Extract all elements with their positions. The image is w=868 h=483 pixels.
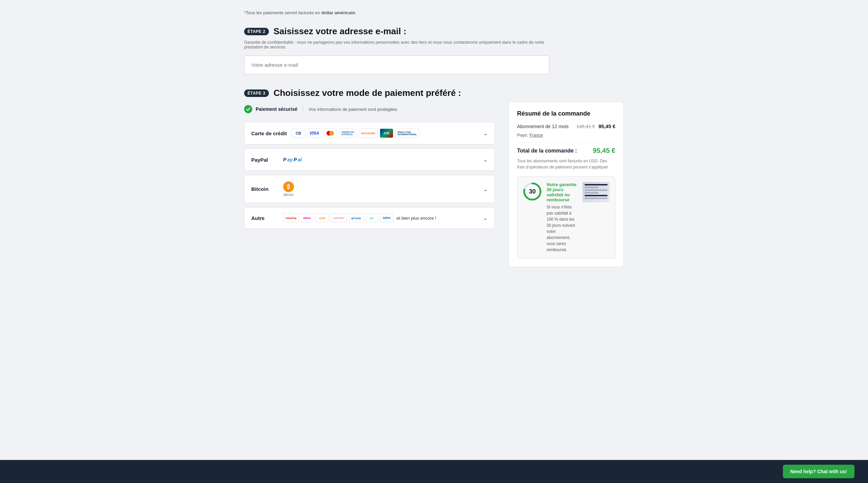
bitcoin-logo-wrapper: ₿ bitcoin — [283, 181, 294, 197]
guarantee-content: Notre garantie 30 jours satisfait ou rem… — [547, 182, 578, 253]
step3-title: Choisissez votre mode de paiement préfér… — [274, 88, 461, 98]
step3-badge: ÉTAPE 3 — [244, 89, 269, 97]
total-price: 95,45 € — [593, 147, 615, 155]
sepa-logo: SEPA — [380, 214, 393, 222]
step3-layout: Paiement sécurisé Vos informations de pa… — [244, 102, 624, 267]
summary-subscription-row: Abonnement de 12 mois 148,41 € 95,45 € — [517, 123, 615, 129]
summary-total-row: Total de la commande : 95,45 € — [517, 147, 615, 155]
discover-logo: DISCOVER — [359, 128, 378, 138]
summary-title: Résumé de la commande — [517, 110, 615, 117]
bitcoin-logo: ₿ — [283, 181, 294, 192]
paypal-label: PayPal — [251, 157, 278, 163]
summary-box: Résumé de la commande Abonnement de 12 m… — [509, 102, 624, 267]
payment-option-bitcoin[interactable]: Bitcoin ₿ bitcoin ⌄ — [244, 175, 495, 203]
diners-logo: Diners ClubINTERNATIONAL — [395, 128, 419, 138]
other-option-left: Autre UnionPay iDEAL QIWI SOFORT giropay… — [251, 214, 436, 222]
summary-section: Résumé de la commande Abonnement de 12 m… — [509, 102, 624, 267]
pix-logo: pix — [366, 214, 378, 222]
bitcoin-label: Bitcoin — [251, 186, 278, 192]
credit-card-chevron-icon: ⌄ — [483, 129, 488, 137]
guarantee-image — [583, 182, 610, 202]
sofort-logo: SOFORT — [331, 214, 347, 222]
subscription-label: Abonnement de 12 mois — [517, 124, 569, 129]
privacy-note: Garantie de confidentialité : nous ne pa… — [244, 40, 549, 49]
guarantee-box: 30 Notre garantie 30 jours satisfait ou … — [517, 176, 615, 259]
bitcoin-text: bitcoin — [284, 193, 294, 197]
other-label: Autre — [251, 215, 278, 221]
et-bien-plus: et bien plus encore ! — [397, 216, 436, 221]
subscription-prices: 148,41 € 95,45 € — [576, 123, 615, 129]
new-price: 95,45 € — [598, 123, 615, 129]
guarantee-number: 30 — [529, 188, 536, 195]
secure-check-icon — [244, 105, 252, 113]
secure-sub: Vos informations de paiement sont protég… — [309, 107, 398, 112]
guarantee-circle: 30 — [523, 182, 542, 201]
paypal-option-left: PayPal PayPal — [251, 155, 302, 164]
bitcoin-option-left: Bitcoin ₿ bitcoin — [251, 181, 294, 197]
secure-divider — [303, 106, 303, 112]
country-link[interactable]: France — [529, 133, 543, 138]
credit-card-label: Carte de crédit — [251, 130, 287, 136]
guarantee-title: Notre garantie 30 jours satisfait ou rem… — [547, 182, 578, 202]
mastercard-logo — [323, 128, 337, 138]
amex-logo: AMERICANEXPRESS — [339, 128, 357, 138]
ideal-logo: iDEAL — [301, 214, 314, 222]
summary-country: Pays: France — [517, 133, 615, 138]
summary-divider — [517, 142, 615, 143]
step2-title: Saisissez votre adresse e-mail : — [274, 26, 407, 37]
guarantee-text: Si vous n'êtes pas satisfait à 100 % dan… — [547, 204, 578, 253]
payment-option-paypal[interactable]: PayPal PayPal ⌄ — [244, 148, 495, 171]
billing-note: *Tous les paiements seront facturés en d… — [244, 10, 624, 15]
other-chevron-icon: ⌄ — [483, 214, 488, 222]
other-logos: UnionPay iDEAL QIWI SOFORT giropay pix S… — [283, 214, 436, 222]
payment-option-other[interactable]: Autre UnionPay iDEAL QIWI SOFORT giropay… — [244, 207, 495, 229]
card-logos: CB VISA AMERICANEXPRESS DISCOVER JCB Din… — [292, 128, 419, 138]
step2-heading: ÉTAPE 2 Saisissez votre adresse e-mail : — [244, 26, 624, 37]
payment-option-credit-card[interactable]: Carte de crédit CB VISA AMERICANEXPRESS … — [244, 122, 495, 144]
old-price: 148,41 € — [576, 124, 595, 129]
email-input[interactable] — [244, 56, 549, 74]
jcb-logo: JCB — [380, 128, 393, 138]
payment-section: Paiement sécurisé Vos informations de pa… — [244, 102, 495, 233]
bitcoin-chevron-icon: ⌄ — [483, 185, 488, 193]
step2-badge: ÉTAPE 2 — [244, 28, 269, 35]
paypal-logo: PayPal — [283, 155, 302, 164]
unionpay-logo: UnionPay — [283, 214, 299, 222]
secure-bar: Paiement sécurisé Vos informations de pa… — [244, 102, 495, 117]
total-label: Total de la commande : — [517, 148, 577, 154]
visa-logo: VISA — [307, 128, 321, 138]
secure-label: Paiement sécurisé — [256, 106, 297, 112]
cb-logo: CB — [292, 128, 305, 138]
paypal-chevron-icon: ⌄ — [483, 156, 488, 163]
payment-option-left: Carte de crédit CB VISA AMERICANEXPRESS … — [251, 128, 419, 138]
qiwi-logo: QIWI — [316, 214, 329, 222]
usd-note: Tous les abonnements sont facturés en US… — [517, 158, 615, 170]
step3-heading: ÉTAPE 3 Choisissez votre mode de paiemen… — [244, 88, 624, 98]
giropay-logo: giropay — [349, 214, 363, 222]
